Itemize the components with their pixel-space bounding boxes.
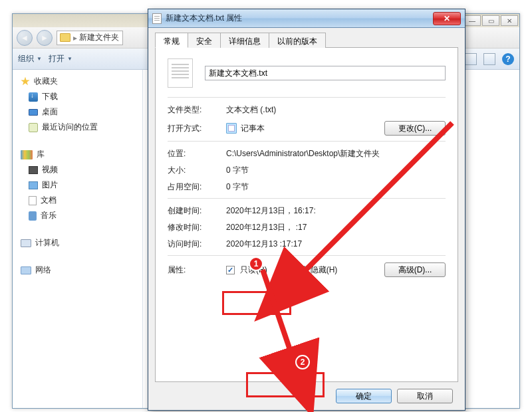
- svg-line-1: [263, 270, 293, 358]
- svg-line-0: [299, 123, 452, 276]
- annotation-arrows: [0, 0, 532, 412]
